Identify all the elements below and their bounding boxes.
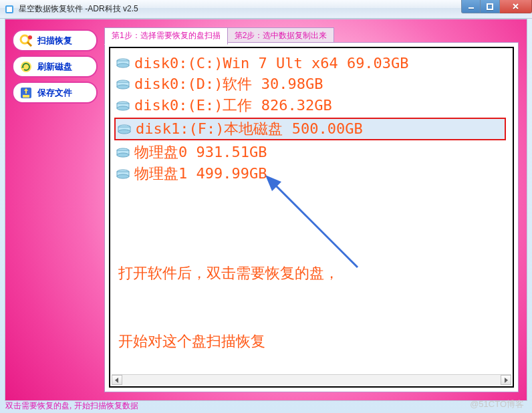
horizontal-scrollbar[interactable]: [112, 374, 511, 385]
client-area: 扫描恢复 刷新磁盘 保存文件 第1步：选择需要恢复的盘扫描 第2步：选中数据复制…: [5, 19, 527, 401]
svg-rect-3: [487, 4, 493, 9]
disk-list-panel: disk0:(C:)Win 7 Ult x64 69.03GB disk0:(D…: [109, 47, 514, 388]
svg-point-14: [117, 63, 129, 67]
scan-icon: [19, 33, 33, 48]
svg-point-26: [117, 153, 129, 157]
disk-list: disk0:(C:)Win 7 Ult x64 69.03GB disk0:(D…: [110, 48, 513, 184]
close-button[interactable]: [500, 0, 532, 13]
disk-label: 物理盘1 499.99GB: [134, 164, 267, 184]
disk-row[interactable]: 物理盘1 499.99GB: [113, 163, 510, 184]
disk-label: disk0:(C:)Win 7 Ult x64 69.03GB: [134, 55, 409, 72]
watermark: @51CTO博客: [470, 398, 524, 410]
annotation-text: 打开软件后，双击需要恢复的盘， 开始对这个盘扫描恢复: [118, 217, 339, 388]
svg-marker-33: [505, 378, 508, 383]
sidebar-refresh-button[interactable]: 刷新磁盘: [12, 55, 98, 78]
sidebar-scan-button[interactable]: 扫描恢复: [12, 29, 98, 51]
annotation-line2: 开始对这个盘扫描恢复: [118, 330, 339, 353]
disk-row[interactable]: disk0:(E:)工作 826.32GB: [113, 95, 510, 116]
disk-label: 物理盘0 931.51GB: [134, 142, 267, 162]
sidebar: 扫描恢复 刷新磁盘 保存文件: [12, 29, 98, 104]
svg-point-17: [117, 85, 129, 89]
disk-icon: [116, 57, 130, 68]
disk-label: disk1:(F:)本地磁盘 500.00GB: [136, 119, 363, 139]
svg-point-23: [118, 130, 130, 134]
annotation-line1: 打开软件后，双击需要恢复的盘，: [118, 262, 339, 285]
disk-icon: [117, 124, 132, 134]
sidebar-item-label: 刷新磁盘: [37, 61, 72, 73]
tab-step1[interactable]: 第1步：选择需要恢复的盘扫描: [104, 27, 228, 45]
svg-rect-2: [469, 7, 474, 9]
sidebar-save-button[interactable]: 保存文件: [12, 82, 98, 104]
disk-label: disk0:(D:)软件 30.98GB: [134, 74, 323, 94]
svg-marker-32: [115, 378, 118, 383]
disk-label: disk0:(E:)工作 826.32GB: [134, 96, 332, 116]
scroll-track[interactable]: [122, 375, 501, 385]
minimize-button[interactable]: [461, 0, 481, 13]
svg-line-5: [27, 42, 31, 46]
disk-row[interactable]: disk0:(C:)Win 7 Ult x64 69.03GB: [113, 52, 510, 74]
scroll-right-button[interactable]: [501, 375, 511, 385]
svg-point-20: [117, 106, 129, 110]
titlebar: 星空数据恢复软件 -ADR科技 v2.5: [0, 0, 532, 19]
svg-rect-1: [7, 7, 12, 12]
step-panel: disk0:(C:)Win 7 Ult x64 69.03GB disk0:(D…: [104, 42, 519, 392]
disk-icon: [116, 79, 130, 90]
disk-icon: [116, 100, 130, 111]
disk-icon: [116, 168, 130, 179]
disk-row[interactable]: 物理盘0 931.51GB: [113, 142, 510, 163]
scroll-left-button[interactable]: [112, 375, 122, 385]
maximize-button[interactable]: [481, 0, 500, 13]
sidebar-item-label: 保存文件: [37, 87, 72, 99]
app-icon: [4, 4, 15, 15]
svg-point-6: [28, 35, 32, 39]
svg-point-29: [117, 174, 129, 178]
disk-row-selected[interactable]: disk1:(F:)本地磁盘 500.00GB: [114, 118, 506, 140]
disk-icon: [116, 147, 130, 158]
save-icon: [19, 86, 33, 100]
window-title: 星空数据恢复软件 -ADR科技 v2.5: [19, 3, 138, 15]
svg-rect-11: [23, 95, 29, 98]
disk-row[interactable]: disk0:(D:)软件 30.98GB: [113, 74, 510, 95]
refresh-icon: [19, 59, 33, 74]
status-text: 双击需要恢复的盘, 开始扫描恢复数据: [5, 400, 138, 412]
window-controls: [461, 0, 532, 13]
sidebar-item-label: 扫描恢复: [37, 35, 72, 47]
